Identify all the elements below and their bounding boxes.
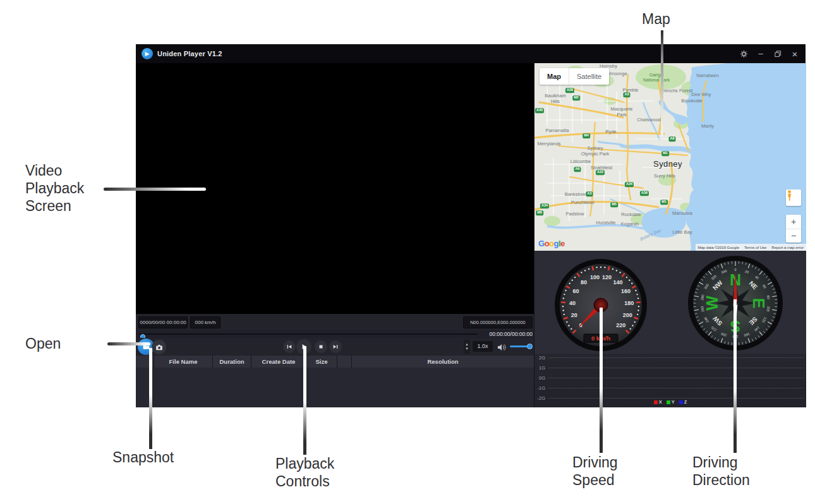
map-place-label: Rockdale (621, 212, 641, 217)
timeline: 00:00:00/00:00:00 (136, 330, 534, 338)
status-bar: 0000/00/00 00:00:00 000 km/h N00.000000,… (136, 314, 534, 330)
map-type-map-button[interactable]: Map (540, 68, 569, 85)
map[interactable]: HornsbyWahroongaGarigal National ParkNar… (534, 63, 806, 251)
svg-text:140: 140 (613, 279, 622, 285)
speed-stepper[interactable]: ▲ ▼ (464, 340, 470, 354)
gsensor-legend: XYZ (534, 399, 806, 405)
svg-text:80: 80 (581, 279, 587, 285)
map-place-label: Bankstown (565, 191, 588, 197)
previous-button[interactable] (283, 340, 296, 353)
stepper-up-icon[interactable]: ▲ (465, 342, 469, 347)
zoom-in-button[interactable]: + (786, 215, 801, 229)
table-col-size: Size (306, 356, 337, 368)
road-shield-badge: A6 (574, 167, 581, 172)
report-map-error-link[interactable]: Report a map error (771, 246, 804, 249)
map-place-label: Manly (701, 123, 714, 129)
map-attribution: Map data ©2019 Google Terms of Use Repor… (696, 244, 807, 251)
map-place-label: Lidcombe (570, 159, 591, 164)
svg-text:E: E (750, 298, 768, 309)
map-data-credit: Map data ©2019 Google (698, 246, 739, 249)
snapshot-button[interactable] (152, 340, 166, 354)
callout-line-video (104, 188, 206, 191)
svg-text:100: 100 (590, 274, 600, 280)
callout-line-driving-direction (734, 299, 737, 453)
stepper-down-icon[interactable]: ▼ (465, 347, 469, 351)
seek-bar[interactable] (139, 333, 478, 335)
app-logo-icon: ▶ (142, 48, 153, 59)
map-place-label: Ryde (605, 129, 617, 135)
map-place-label: Parramatta (545, 128, 569, 133)
map-zoom-control: + − (786, 215, 801, 243)
map-place-label: Baulkham Hills (545, 93, 565, 104)
map-place-label: Merrylands (537, 141, 560, 147)
callout-driving-speed: Driving Speed (572, 453, 618, 489)
map-labels: HornsbyWahroongaGarigal National ParkNar… (534, 63, 806, 251)
map-place-label: Hurstville (596, 220, 616, 225)
volume-slider[interactable] (510, 345, 531, 347)
road-shield-badge: A3 (586, 191, 593, 196)
svg-text:20: 20 (571, 312, 577, 318)
road-shield-badge: M2 (572, 95, 580, 100)
speed-display: 000 km/h (190, 316, 220, 328)
gps-coordinates-display: N00.000000,E000.000000 (463, 316, 533, 328)
map-place-label: Garigal National Park (643, 73, 670, 83)
road-shield-badge: A36 (640, 191, 649, 196)
settings-gear-icon[interactable] (739, 49, 748, 58)
table-col-duration: Duration (213, 356, 251, 368)
close-button[interactable]: × (790, 49, 799, 58)
svg-text:120: 120 (602, 274, 612, 280)
road-shield-badge: A34 (540, 203, 549, 208)
map-place-label: Punchbowl (571, 200, 595, 205)
uniden-player-window: ▶ Uniden Player V1.2 – × 0000/00/00 00:0… (136, 44, 806, 407)
map-place-label: Strathfield (591, 165, 612, 171)
callout-line-map (661, 30, 663, 136)
map-place-label: Kogarah (621, 221, 639, 227)
map-place-label: Pymble (622, 87, 638, 93)
volume-knob[interactable] (527, 344, 533, 349)
map-place-label: Sydney Olympic Park (581, 145, 610, 157)
volume-icon[interactable] (497, 342, 506, 354)
minimize-button[interactable]: – (756, 49, 765, 58)
map-place-label: Frenchs Forest (661, 88, 692, 93)
zoom-out-button[interactable]: − (786, 229, 801, 243)
titlebar: ▶ Uniden Player V1.2 – × (136, 44, 806, 63)
google-logo: Google (538, 239, 565, 248)
street-view-pegman[interactable] (786, 189, 801, 206)
road-shield-badge: M4 (583, 133, 590, 138)
callout-line-open (107, 342, 150, 345)
road-shield-badge: M8 (536, 210, 543, 215)
map-place-label: Botany Bay (639, 228, 662, 243)
map-place-label: Padstow (566, 211, 584, 217)
map-place-label: Chatswood (637, 117, 661, 123)
stop-button[interactable] (315, 340, 327, 353)
svg-text:W: W (703, 296, 721, 311)
callout-video-playback-screen: Video Playback Screen (25, 162, 84, 215)
map-type-control: Map Satellite (540, 68, 609, 85)
map-type-satellite-button[interactable]: Satellite (569, 68, 609, 85)
restore-button[interactable] (773, 49, 782, 58)
map-place-label: Dee Why (692, 92, 711, 97)
callout-line-snapshot (149, 348, 152, 449)
callout-snapshot: Snapshot (112, 448, 174, 466)
next-button[interactable] (329, 340, 342, 353)
map-place-label: Surry Hills (654, 173, 675, 179)
table-col-filename: File Name (154, 356, 213, 368)
road-shield-badge: M1 (660, 200, 668, 205)
svg-text:160: 160 (621, 288, 631, 294)
callout-line-playback-controls (303, 346, 306, 455)
gauge-panel: 0204060801001201401601802002200 km/h 020… (534, 251, 806, 354)
terms-of-use-link[interactable]: Terms of Use (744, 246, 766, 249)
road-shield-badge: M5 (610, 202, 618, 207)
map-place-label: Sydney (653, 159, 682, 169)
road-shield-badge: M1 (661, 151, 669, 156)
map-place-label: Narrabeen (696, 73, 718, 78)
road-shield-badge: A34 (625, 182, 634, 187)
right-panel: HornsbyWahroongaGarigal National ParkNar… (534, 63, 806, 407)
callout-map: Map (642, 10, 670, 28)
callout-driving-direction: Driving Direction (692, 453, 750, 489)
map-place-label: Macquarie Park (610, 106, 632, 117)
map-place-label: Little Bay (673, 229, 692, 235)
road-shield-badge: A8 (668, 136, 675, 141)
window-title: Uniden Player V1.2 (157, 44, 222, 63)
file-list[interactable] (136, 368, 534, 407)
